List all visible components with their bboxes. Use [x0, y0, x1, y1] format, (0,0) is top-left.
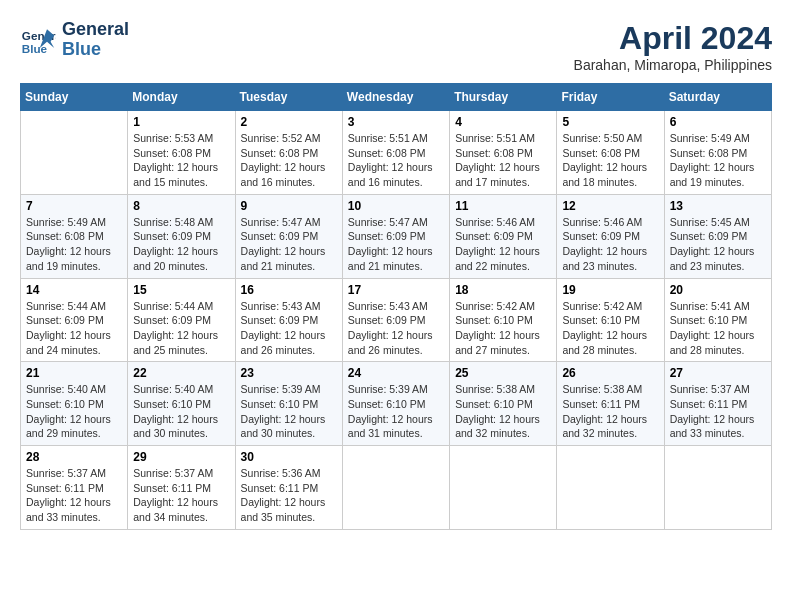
calendar-cell: 10Sunrise: 5:47 AMSunset: 6:09 PMDayligh… [342, 194, 449, 278]
day-info: Sunrise: 5:38 AMSunset: 6:10 PMDaylight:… [455, 382, 551, 441]
day-info: Sunrise: 5:42 AMSunset: 6:10 PMDaylight:… [562, 299, 658, 358]
title-block: April 2024 Barahan, Mimaropa, Philippine… [574, 20, 772, 73]
day-number: 15 [133, 283, 229, 297]
calendar-week-row: 21Sunrise: 5:40 AMSunset: 6:10 PMDayligh… [21, 362, 772, 446]
calendar-cell: 24Sunrise: 5:39 AMSunset: 6:10 PMDayligh… [342, 362, 449, 446]
day-number: 1 [133, 115, 229, 129]
calendar-cell: 21Sunrise: 5:40 AMSunset: 6:10 PMDayligh… [21, 362, 128, 446]
day-info: Sunrise: 5:37 AMSunset: 6:11 PMDaylight:… [670, 382, 766, 441]
calendar-cell [450, 446, 557, 530]
column-header-sunday: Sunday [21, 84, 128, 111]
calendar-cell [342, 446, 449, 530]
calendar-cell [664, 446, 771, 530]
day-number: 8 [133, 199, 229, 213]
calendar-cell: 8Sunrise: 5:48 AMSunset: 6:09 PMDaylight… [128, 194, 235, 278]
day-number: 4 [455, 115, 551, 129]
day-number: 2 [241, 115, 337, 129]
day-info: Sunrise: 5:53 AMSunset: 6:08 PMDaylight:… [133, 131, 229, 190]
calendar-cell: 26Sunrise: 5:38 AMSunset: 6:11 PMDayligh… [557, 362, 664, 446]
day-info: Sunrise: 5:47 AMSunset: 6:09 PMDaylight:… [348, 215, 444, 274]
day-number: 25 [455, 366, 551, 380]
month-title: April 2024 [574, 20, 772, 57]
calendar-header-row: SundayMondayTuesdayWednesdayThursdayFrid… [21, 84, 772, 111]
day-info: Sunrise: 5:44 AMSunset: 6:09 PMDaylight:… [26, 299, 122, 358]
day-info: Sunrise: 5:51 AMSunset: 6:08 PMDaylight:… [455, 131, 551, 190]
calendar-cell: 13Sunrise: 5:45 AMSunset: 6:09 PMDayligh… [664, 194, 771, 278]
calendar-cell: 27Sunrise: 5:37 AMSunset: 6:11 PMDayligh… [664, 362, 771, 446]
calendar-cell: 5Sunrise: 5:50 AMSunset: 6:08 PMDaylight… [557, 111, 664, 195]
day-number: 30 [241, 450, 337, 464]
day-number: 17 [348, 283, 444, 297]
day-number: 11 [455, 199, 551, 213]
logo-text: General Blue [62, 20, 129, 60]
day-number: 23 [241, 366, 337, 380]
day-info: Sunrise: 5:41 AMSunset: 6:10 PMDaylight:… [670, 299, 766, 358]
day-number: 27 [670, 366, 766, 380]
calendar-week-row: 28Sunrise: 5:37 AMSunset: 6:11 PMDayligh… [21, 446, 772, 530]
day-info: Sunrise: 5:43 AMSunset: 6:09 PMDaylight:… [241, 299, 337, 358]
day-info: Sunrise: 5:36 AMSunset: 6:11 PMDaylight:… [241, 466, 337, 525]
calendar-week-row: 7Sunrise: 5:49 AMSunset: 6:08 PMDaylight… [21, 194, 772, 278]
day-number: 28 [26, 450, 122, 464]
day-number: 22 [133, 366, 229, 380]
calendar-cell: 25Sunrise: 5:38 AMSunset: 6:10 PMDayligh… [450, 362, 557, 446]
calendar-week-row: 1Sunrise: 5:53 AMSunset: 6:08 PMDaylight… [21, 111, 772, 195]
day-number: 21 [26, 366, 122, 380]
day-info: Sunrise: 5:44 AMSunset: 6:09 PMDaylight:… [133, 299, 229, 358]
calendar-cell: 12Sunrise: 5:46 AMSunset: 6:09 PMDayligh… [557, 194, 664, 278]
day-number: 5 [562, 115, 658, 129]
column-header-wednesday: Wednesday [342, 84, 449, 111]
column-header-monday: Monday [128, 84, 235, 111]
calendar-cell [21, 111, 128, 195]
day-info: Sunrise: 5:51 AMSunset: 6:08 PMDaylight:… [348, 131, 444, 190]
day-info: Sunrise: 5:46 AMSunset: 6:09 PMDaylight:… [455, 215, 551, 274]
day-info: Sunrise: 5:52 AMSunset: 6:08 PMDaylight:… [241, 131, 337, 190]
calendar-table: SundayMondayTuesdayWednesdayThursdayFrid… [20, 83, 772, 530]
calendar-cell: 4Sunrise: 5:51 AMSunset: 6:08 PMDaylight… [450, 111, 557, 195]
column-header-saturday: Saturday [664, 84, 771, 111]
day-info: Sunrise: 5:39 AMSunset: 6:10 PMDaylight:… [348, 382, 444, 441]
calendar-cell: 6Sunrise: 5:49 AMSunset: 6:08 PMDaylight… [664, 111, 771, 195]
day-info: Sunrise: 5:49 AMSunset: 6:08 PMDaylight:… [26, 215, 122, 274]
day-number: 13 [670, 199, 766, 213]
day-info: Sunrise: 5:37 AMSunset: 6:11 PMDaylight:… [133, 466, 229, 525]
calendar-cell: 20Sunrise: 5:41 AMSunset: 6:10 PMDayligh… [664, 278, 771, 362]
logo-icon: General Blue [20, 22, 56, 58]
day-info: Sunrise: 5:47 AMSunset: 6:09 PMDaylight:… [241, 215, 337, 274]
column-header-tuesday: Tuesday [235, 84, 342, 111]
day-info: Sunrise: 5:50 AMSunset: 6:08 PMDaylight:… [562, 131, 658, 190]
day-number: 9 [241, 199, 337, 213]
day-info: Sunrise: 5:40 AMSunset: 6:10 PMDaylight:… [26, 382, 122, 441]
day-info: Sunrise: 5:37 AMSunset: 6:11 PMDaylight:… [26, 466, 122, 525]
calendar-cell [557, 446, 664, 530]
day-number: 20 [670, 283, 766, 297]
day-info: Sunrise: 5:48 AMSunset: 6:09 PMDaylight:… [133, 215, 229, 274]
day-number: 6 [670, 115, 766, 129]
day-number: 14 [26, 283, 122, 297]
calendar-cell: 11Sunrise: 5:46 AMSunset: 6:09 PMDayligh… [450, 194, 557, 278]
calendar-cell: 15Sunrise: 5:44 AMSunset: 6:09 PMDayligh… [128, 278, 235, 362]
calendar-cell: 1Sunrise: 5:53 AMSunset: 6:08 PMDaylight… [128, 111, 235, 195]
calendar-cell: 16Sunrise: 5:43 AMSunset: 6:09 PMDayligh… [235, 278, 342, 362]
day-number: 29 [133, 450, 229, 464]
calendar-cell: 28Sunrise: 5:37 AMSunset: 6:11 PMDayligh… [21, 446, 128, 530]
calendar-cell: 3Sunrise: 5:51 AMSunset: 6:08 PMDaylight… [342, 111, 449, 195]
day-number: 19 [562, 283, 658, 297]
page-header: General Blue General Blue April 2024 Bar… [20, 20, 772, 73]
day-number: 12 [562, 199, 658, 213]
calendar-cell: 18Sunrise: 5:42 AMSunset: 6:10 PMDayligh… [450, 278, 557, 362]
day-number: 10 [348, 199, 444, 213]
day-info: Sunrise: 5:45 AMSunset: 6:09 PMDaylight:… [670, 215, 766, 274]
day-info: Sunrise: 5:40 AMSunset: 6:10 PMDaylight:… [133, 382, 229, 441]
calendar-cell: 19Sunrise: 5:42 AMSunset: 6:10 PMDayligh… [557, 278, 664, 362]
calendar-cell: 23Sunrise: 5:39 AMSunset: 6:10 PMDayligh… [235, 362, 342, 446]
day-info: Sunrise: 5:43 AMSunset: 6:09 PMDaylight:… [348, 299, 444, 358]
calendar-cell: 9Sunrise: 5:47 AMSunset: 6:09 PMDaylight… [235, 194, 342, 278]
calendar-week-row: 14Sunrise: 5:44 AMSunset: 6:09 PMDayligh… [21, 278, 772, 362]
calendar-cell: 14Sunrise: 5:44 AMSunset: 6:09 PMDayligh… [21, 278, 128, 362]
day-info: Sunrise: 5:49 AMSunset: 6:08 PMDaylight:… [670, 131, 766, 190]
calendar-cell: 29Sunrise: 5:37 AMSunset: 6:11 PMDayligh… [128, 446, 235, 530]
day-number: 16 [241, 283, 337, 297]
column-header-friday: Friday [557, 84, 664, 111]
logo: General Blue General Blue [20, 20, 129, 60]
